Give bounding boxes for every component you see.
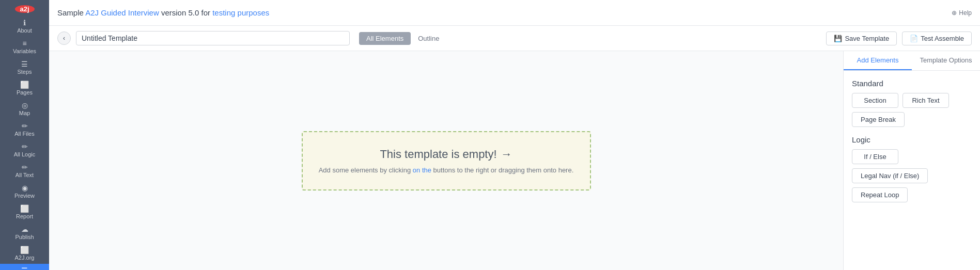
topbar: Sample A2J Guided Interview version 5.0 … — [49, 0, 980, 26]
sidebar-item-preview-icon: ◉ — [22, 184, 28, 192]
sidebar-item-preview-label: Preview — [14, 193, 35, 199]
tab-outline[interactable]: Outline — [411, 32, 446, 45]
help-icon: ⊕ — [952, 9, 957, 17]
sidebar-item-publish-label: Publish — [15, 234, 34, 240]
panel-tab-add-elements[interactable]: Add Elements — [844, 51, 912, 70]
sidebar-item-alltext[interactable]: ✏All Text — [0, 161, 49, 181]
sidebar-item-templates[interactable]: ☰Templates — [0, 264, 49, 270]
sidebar-item-a2jorg-label: A2J.org — [15, 255, 35, 261]
panel-tab-template-options[interactable]: Template Options — [912, 51, 980, 70]
btn-if-else[interactable]: If / Else — [852, 149, 898, 164]
logic-section-title: Logic — [852, 135, 972, 144]
sidebar-item-pages[interactable]: ⬜Pages — [0, 78, 49, 99]
template-area: ‹ All ElementsOutline 💾 Save Template 📄 … — [49, 26, 980, 270]
empty-template-title: This template is empty! → — [380, 148, 512, 161]
btn-repeat-loop[interactable]: Repeat Loop — [852, 187, 908, 202]
sidebar-item-preview[interactable]: ◉Preview — [0, 181, 49, 202]
sidebar-item-pages-label: Pages — [17, 89, 33, 96]
back-button[interactable]: ‹ — [57, 31, 71, 45]
logo-text: a2j — [20, 5, 29, 13]
standard-buttons: SectionRich TextPage Break — [852, 93, 972, 127]
tab-all-elements[interactable]: All Elements — [359, 32, 411, 45]
sidebar-item-about-label: About — [17, 27, 32, 34]
sidebar-item-map[interactable]: ◎Map — [0, 99, 49, 119]
sidebar-item-variables-label: Variables — [13, 48, 36, 54]
sidebar-item-alltext-label: All Text — [15, 172, 34, 178]
empty-template-box: This template is empty! → Add some eleme… — [302, 131, 591, 190]
sidebar-item-about[interactable]: ℹAbout — [0, 16, 49, 37]
sidebar-item-templates-icon: ☰ — [21, 267, 28, 270]
main-content: Sample A2J Guided Interview version 5.0 … — [49, 0, 980, 270]
sidebar-item-about-icon: ℹ — [23, 19, 26, 26]
sidebar-item-publish-icon: ☁ — [21, 226, 28, 233]
template-header: ‹ All ElementsOutline 💾 Save Template 📄 … — [49, 26, 980, 51]
back-icon: ‹ — [63, 35, 65, 42]
panel-tabs: Add ElementsTemplate Options — [844, 51, 980, 71]
page-title: Sample A2J Guided Interview version 5.0 … — [57, 8, 945, 17]
test-assemble-button[interactable]: 📄 Test Assemble — [902, 31, 972, 45]
sidebar-item-steps-icon: ☰ — [21, 60, 28, 68]
sidebar-item-steps[interactable]: ☰Steps — [0, 57, 49, 78]
sidebar-item-publish[interactable]: ☁Publish — [0, 223, 49, 243]
test-icon: 📄 — [910, 35, 918, 42]
logic-buttons: If / ElseLegal Nav (if / Else)Repeat Loo… — [852, 149, 972, 202]
arrow-icon: → — [501, 148, 512, 161]
sidebar-item-alllogic[interactable]: ✏All Logic — [0, 140, 49, 161]
sidebar: a2j ℹAbout≡Variables☰Steps⬜Pages◎Map✏All… — [0, 0, 49, 270]
standard-section-title: Standard — [852, 79, 972, 88]
sidebar-item-pages-icon: ⬜ — [20, 81, 29, 88]
test-assemble-label: Test Assemble — [921, 35, 964, 42]
btn-page-break[interactable]: Page Break — [852, 112, 905, 127]
sidebar-item-report[interactable]: ⬜Report — [0, 202, 49, 223]
btn-section[interactable]: Section — [852, 93, 898, 108]
sidebar-item-allfiles-icon: ✏ — [22, 122, 28, 130]
content-row: This template is empty! → Add some eleme… — [49, 51, 980, 270]
sidebar-item-steps-label: Steps — [17, 69, 32, 75]
btn-rich-text[interactable]: Rich Text — [903, 93, 949, 108]
help-button[interactable]: ⊕ Help — [952, 9, 972, 17]
sidebar-item-alltext-icon: ✏ — [22, 164, 28, 171]
sidebar-item-alllogic-label: All Logic — [14, 151, 36, 157]
sidebar-item-variables[interactable]: ≡Variables — [0, 37, 49, 57]
app-logo[interactable]: a2j — [15, 5, 35, 13]
sidebar-item-a2jorg-icon: ⬜ — [20, 246, 29, 253]
save-template-label: Save Template — [845, 35, 889, 42]
sidebar-item-allfiles[interactable]: ✏All Files — [0, 119, 49, 140]
sidebar-item-report-label: Report — [16, 213, 33, 219]
sidebar-item-report-icon: ⬜ — [20, 205, 29, 212]
subtitle-the: the — [422, 166, 431, 174]
canvas: This template is empty! → Add some eleme… — [49, 51, 843, 270]
btn-legal-nav-if-else-[interactable]: Legal Nav (if / Else) — [852, 168, 928, 183]
template-name-input[interactable] — [76, 31, 350, 45]
save-icon: 💾 — [834, 35, 842, 42]
save-template-button[interactable]: 💾 Save Template — [826, 31, 897, 45]
help-label: Help — [959, 9, 972, 17]
sidebar-item-allfiles-label: All Files — [14, 131, 35, 137]
right-panel: Add ElementsTemplate Options Standard Se… — [843, 51, 980, 270]
empty-template-subtitle: Add some elements by clicking on the but… — [319, 166, 574, 174]
sidebar-item-alllogic-icon: ✏ — [22, 143, 28, 150]
sidebar-item-map-label: Map — [19, 110, 30, 116]
sidebar-item-a2jorg[interactable]: ⬜A2J.org — [0, 243, 49, 264]
tab-group: All ElementsOutline — [359, 32, 446, 45]
empty-title-text: This template is empty! — [380, 148, 496, 161]
sidebar-item-map-icon: ◎ — [22, 102, 28, 109]
panel-content: Standard SectionRich TextPage Break Logi… — [844, 71, 980, 219]
topbar-actions: ⊕ Help — [952, 9, 972, 17]
sidebar-item-variables-icon: ≡ — [22, 40, 26, 47]
subtitle-on: on — [413, 166, 420, 174]
